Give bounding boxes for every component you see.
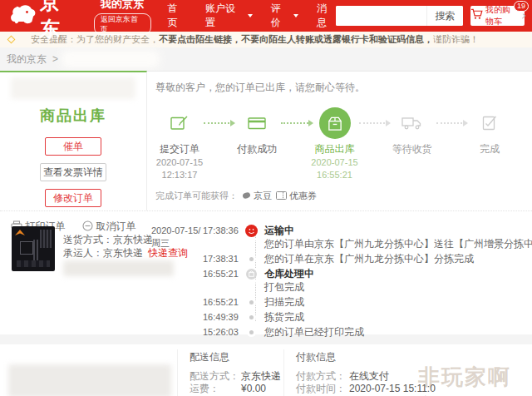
- cart-icon: [470, 8, 483, 23]
- order-card: 商品出库 催单 查看发票详情 修改订单 打印订单: [0, 71, 532, 334]
- clipboard-check-icon: [482, 106, 497, 140]
- progress-steps: 提交订单 2020-07-15 12:13:17 付款成功: [155, 106, 532, 181]
- order-greeting: 尊敬的客户，您的订单已出库，请您耐心等待。: [155, 81, 532, 95]
- chevron-right-icon: [520, 13, 525, 18]
- order-status-panel: 商品出库 催单 查看发票详情 修改订单 打印订单: [0, 71, 147, 210]
- chevron-down-icon: [248, 14, 253, 17]
- warehouse-icon: [246, 268, 257, 283]
- jd-delivery-icon: [245, 225, 258, 240]
- coupon-reward: 优惠券: [276, 190, 317, 202]
- aorus-logo-icon: [15, 230, 25, 235]
- search-box: 搜索: [336, 6, 463, 26]
- my-jd-title[interactable]: 我的京东: [101, 0, 144, 12]
- redacted-recipient-info: [8, 364, 171, 396]
- breadcrumb: 我的京东 >: [0, 47, 532, 71]
- delivery-info: 配送信息 配送方式：京东快递 运费：¥0.00 期望送货日期：2020-07-1…: [190, 350, 310, 396]
- package-icon: [319, 107, 351, 139]
- breadcrumb-separator: >: [52, 53, 58, 65]
- payment-card-icon: [248, 106, 266, 140]
- tracking-timeline: 2020-07-15/周三 17:38:36 运输中 您的订单由京东【广州九龙分…: [151, 225, 529, 341]
- breadcrumb-my-jd[interactable]: 我的京东: [7, 52, 47, 67]
- coupon-ticket-icon: [276, 191, 287, 201]
- timeline-dot-icon: [249, 300, 254, 304]
- chevron-down-icon: [293, 14, 298, 17]
- tracking-row: 15:26:03 您的订单已经打印完成: [151, 326, 529, 339]
- timeline-dot-icon: [249, 315, 254, 319]
- info-row: 配送方式：京东快递: [190, 370, 310, 383]
- tracking-row: 17:38:31 您的订单在京东【广州九龙分拣中心】分拣完成: [151, 253, 529, 265]
- truck-icon: [401, 106, 423, 140]
- nav-account-settings[interactable]: 账户设置: [205, 2, 253, 30]
- jd-logo[interactable]: 京东: [8, 0, 82, 42]
- nav-messages[interactable]: 消息: [317, 2, 336, 30]
- shipment-tracking-section: 送货方式：京东快递 承运人：京东快递快递查询 2020-07-15/周三 17:…: [0, 210, 532, 334]
- payment-info-title: 付款信息: [296, 350, 436, 364]
- tracking-row: 16:55:21 仓库处理中 打包完成: [151, 268, 529, 294]
- nav-reviews[interactable]: 评价: [271, 2, 298, 30]
- step-complete: 完成: [466, 106, 514, 156]
- order-progress-area: 尊敬的客户，您的订单已出库，请您耐心等待。 提交订单 2020-07-15 12…: [147, 71, 532, 210]
- back-home-link[interactable]: 返回京东首页: [94, 13, 151, 35]
- my-jd-home[interactable]: 我的京东 返回京东首页: [94, 0, 151, 35]
- jd-dog-icon: [8, 3, 37, 29]
- step-connector: [204, 122, 233, 124]
- redacted-order-info: [11, 77, 135, 99]
- redacted-order-number: [64, 52, 157, 66]
- info-row: 付款方式：在线支付: [296, 370, 436, 383]
- tracking-row: 16:55:21 扫描完成: [151, 296, 529, 309]
- payment-info: 付款信息 付款方式：在线支付 付款时间：2020-07-15 15:11:0 商…: [296, 350, 436, 396]
- top-header: 京东 我的京东 返回京东首页 首页 账户设置 评价 消息 搜索 我的购物车: [0, 0, 532, 32]
- search-button[interactable]: 搜索: [426, 6, 463, 26]
- view-invoice-button[interactable]: 查看发票详情: [40, 163, 106, 181]
- modify-order-button[interactable]: 修改订单: [45, 189, 101, 207]
- step-submit-order: 提交订单 2020-07-15 12:13:17: [155, 106, 204, 181]
- cart-button[interactable]: 我的购物车 19: [470, 6, 525, 26]
- product-image[interactable]: [12, 226, 55, 271]
- order-rewards: 完成订单可能获得： 京豆 优惠券: [155, 190, 532, 202]
- tracking-row: 16:49:39 拣货完成: [151, 311, 529, 324]
- timeline-dot-icon: [249, 330, 254, 334]
- info-row: 付款时间：2020-07-15 15:11:0: [296, 383, 436, 395]
- step-goods-shipped: 商品出库 2020-07-15 16:55:21: [311, 106, 359, 181]
- step-connector: [359, 122, 388, 124]
- nav-home[interactable]: 首页: [168, 2, 187, 30]
- info-row: 运费：¥0.00: [190, 383, 310, 395]
- tracking-row: 2020-07-15/周三 17:38:36 运输中 您的订单由京东【广州九龙分…: [151, 225, 529, 250]
- top-nav: 首页 账户设置 评价 消息: [168, 2, 337, 30]
- bean-icon: [242, 191, 251, 201]
- step-awaiting-delivery: 等待收货: [388, 106, 436, 156]
- order-info-footer: 配送信息 配送方式：京东快递 运费：¥0.00 期望送货日期：2020-07-1…: [0, 344, 532, 396]
- timeline-dot-icon: [249, 257, 254, 261]
- search-input[interactable]: [336, 6, 426, 26]
- delivery-info-title: 配送信息: [190, 350, 310, 364]
- step-connector: [436, 122, 466, 124]
- ship-method-line: 送货方式：京东快递: [63, 233, 153, 247]
- order-status-title: 商品出库: [0, 106, 146, 126]
- cart-count-badge: 19: [514, 1, 529, 12]
- step-connector: [281, 122, 310, 124]
- jd-logo-text: 京东: [40, 0, 82, 42]
- urge-order-button[interactable]: 催单: [45, 137, 101, 156]
- order-detail-page: 京东 我的京东 返回京东首页 首页 账户设置 评价 消息 搜索 我的购物车: [0, 0, 532, 396]
- step-payment-success: 付款成功: [233, 106, 281, 156]
- security-text: 安全提醒：为了您的财产安全，不要点击陌生链接，不要向陌生人转账或透露银行卡和验证…: [31, 33, 479, 46]
- jd-bean-reward: 京豆: [242, 190, 272, 202]
- form-pencil-icon: [170, 106, 189, 140]
